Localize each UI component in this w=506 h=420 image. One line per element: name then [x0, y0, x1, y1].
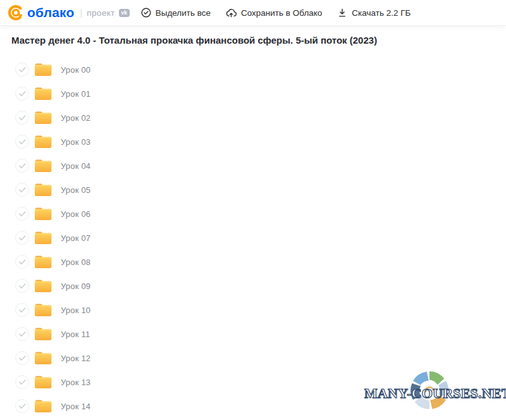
mailru-at-icon — [8, 4, 24, 21]
select-all-label: Выделить все — [156, 8, 211, 18]
folder-name: Урок 06 — [61, 209, 90, 219]
check-icon — [19, 283, 26, 289]
check-icon — [19, 307, 26, 313]
row-checkbox[interactable] — [15, 375, 29, 389]
row-checkbox[interactable] — [15, 183, 29, 197]
folder-row[interactable]: Урок 08 — [0, 250, 506, 274]
save-to-cloud-label: Сохранить в Облако — [241, 8, 322, 18]
header-actions: Выделить все Сохранить в Облако Скачать … — [141, 8, 411, 18]
folder-row[interactable]: Урок 09 — [0, 274, 506, 298]
select-all-button[interactable]: Выделить все — [141, 8, 211, 18]
row-checkbox[interactable] — [15, 231, 29, 245]
row-checkbox[interactable] — [15, 159, 29, 173]
vk-badge-icon: vk — [119, 9, 130, 17]
folder-name: Урок 13 — [61, 378, 90, 387]
folder-name: Урок 12 — [61, 354, 90, 363]
row-checkbox[interactable] — [15, 255, 29, 269]
folder-name: Урок 03 — [61, 137, 90, 147]
folder-name: Урок 01 — [61, 89, 90, 99]
folder-row[interactable]: Урок 10 — [0, 298, 506, 322]
check-icon — [19, 139, 26, 145]
check-icon — [19, 380, 26, 385]
page-title: Мастер денег 4.0 - Тотальная прокачка фи… — [0, 25, 506, 46]
folder-name: Урок 14 — [61, 402, 90, 411]
check-icon — [19, 187, 26, 193]
folder-name: Урок 10 — [61, 306, 90, 315]
folder-row[interactable]: Урок 01 — [0, 82, 506, 106]
folder-icon — [34, 110, 52, 125]
folder-icon — [34, 254, 52, 269]
folder-icon — [34, 182, 52, 197]
folder-name: Урок 09 — [61, 281, 90, 291]
download-label: Скачать 2.2 ГБ — [352, 8, 410, 18]
save-to-cloud-button[interactable]: Сохранить в Облако — [226, 8, 322, 18]
header-bar: облако | проект vk Выделить все Сохранит… — [0, 0, 506, 25]
folder-name: Урок 05 — [61, 185, 90, 195]
check-icon — [19, 235, 26, 241]
folder-row[interactable]: Урок 06 — [0, 202, 506, 226]
row-checkbox[interactable] — [15, 135, 29, 149]
brand-divider: | — [80, 8, 83, 18]
row-checkbox[interactable] — [15, 327, 29, 341]
folder-icon — [34, 134, 52, 149]
folder-name: Урок 02 — [61, 113, 90, 123]
folder-icon — [34, 206, 52, 221]
folder-row[interactable]: Урок 11 — [0, 322, 506, 346]
folder-name: Урок 00 — [61, 65, 90, 75]
cloud-upload-icon — [226, 8, 237, 18]
folder-row[interactable]: Урок 03 — [0, 130, 506, 154]
check-icon — [19, 331, 26, 337]
row-checkbox[interactable] — [15, 87, 29, 101]
row-checkbox[interactable] — [15, 399, 29, 413]
folder-icon — [34, 326, 52, 342]
cloud-mailru-logo[interactable]: облако | проект vk — [8, 4, 130, 21]
check-icon — [19, 91, 26, 97]
row-checkbox[interactable] — [15, 303, 29, 317]
brand-name: облако — [27, 5, 75, 20]
folder-row[interactable]: Урок 12 — [0, 346, 506, 370]
check-icon — [19, 211, 26, 217]
folder-row[interactable]: Урок 05 — [0, 178, 506, 202]
folder-row[interactable]: Урок 00 — [0, 58, 506, 82]
folder-row[interactable]: Урок 04 — [0, 154, 506, 178]
folder-icon — [34, 62, 52, 77]
folder-icon — [34, 374, 52, 390]
folder-icon — [34, 158, 52, 173]
download-button[interactable]: Скачать 2.2 ГБ — [337, 8, 410, 18]
folder-row[interactable]: Урок 02 — [0, 106, 506, 130]
folder-icon — [34, 302, 52, 318]
check-icon — [19, 355, 26, 361]
row-checkbox[interactable] — [15, 207, 29, 221]
folder-icon — [34, 86, 52, 101]
folder-icon — [34, 278, 52, 293]
row-checkbox[interactable] — [15, 351, 29, 365]
folder-list: Урок 00 Урок 01 Урок 02 — [0, 58, 506, 418]
check-icon — [19, 404, 26, 409]
folder-icon — [34, 350, 52, 366]
folder-name: Урок 11 — [61, 330, 90, 339]
folder-name: Урок 08 — [61, 257, 90, 267]
row-checkbox[interactable] — [15, 63, 29, 77]
download-icon — [337, 8, 347, 18]
folder-row[interactable]: Урок 07 — [0, 226, 506, 250]
folder-icon — [34, 230, 52, 245]
row-checkbox[interactable] — [15, 279, 29, 293]
row-checkbox[interactable] — [15, 111, 29, 125]
folder-icon — [34, 398, 52, 414]
check-circle-icon — [141, 8, 151, 18]
check-icon — [19, 163, 26, 169]
folder-name: Урок 07 — [61, 233, 90, 243]
check-icon — [19, 67, 26, 73]
project-label: проект — [87, 8, 114, 18]
folder-name: Урок 04 — [61, 161, 90, 171]
folder-row[interactable]: Урок 13 — [0, 370, 506, 394]
folder-row[interactable]: Урок 14 — [0, 394, 506, 418]
check-icon — [19, 115, 26, 121]
check-icon — [19, 259, 26, 265]
